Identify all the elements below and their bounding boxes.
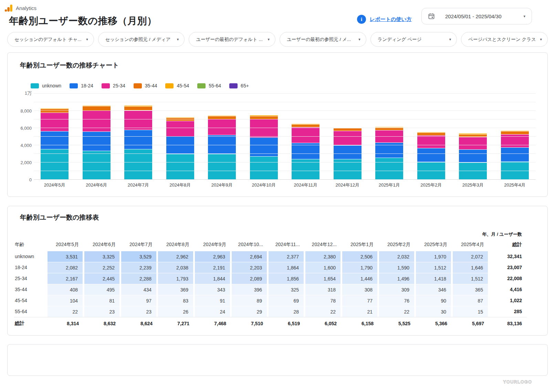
bar-segment-25-34[interactable] xyxy=(166,121,194,137)
table-header-month[interactable]: 2024年8月 xyxy=(157,240,194,251)
filter-chip-5[interactable]: ランディング ページ▾ xyxy=(370,32,457,47)
table-cell: 2,962 xyxy=(157,251,194,262)
bar-segment-unknown[interactable] xyxy=(166,154,194,180)
bar-segment-35-44[interactable] xyxy=(334,128,362,131)
filter-chip-2[interactable]: セッションの参照元 / メディア▾ xyxy=(98,32,185,47)
chevron-down-icon: ▾ xyxy=(268,38,270,41)
table-header-month[interactable]: 2025年4月 xyxy=(452,240,489,251)
bar-segment-18-24[interactable] xyxy=(417,148,445,162)
table-title: 年齢別ユーザー数の推移表 xyxy=(20,213,547,222)
table-cell: 1,418 xyxy=(415,273,452,284)
table-header-month[interactable]: 2024年12... xyxy=(305,240,342,251)
bar-segment-18-24[interactable] xyxy=(334,146,362,159)
y-axis-tick-label: 6,000 xyxy=(20,126,32,131)
gridline xyxy=(34,119,536,119)
date-range-picker[interactable]: 2024/05/01 - 2025/04/30 ▾ xyxy=(421,8,532,24)
table-grand-total-row: 総計8,3148,6328,6247,2717,4687,5106,5196,0… xyxy=(14,317,527,329)
bar-segment-18-24[interactable] xyxy=(124,130,152,149)
table-header-month[interactable]: 2024年10... xyxy=(231,240,268,251)
filter-chip-3[interactable]: ユーザーの最初のデフォルト ...▾ xyxy=(189,32,275,47)
gridline xyxy=(34,136,536,137)
bar-segment-unknown[interactable] xyxy=(124,149,152,180)
table-header-month[interactable]: 2024年5月 xyxy=(47,240,84,251)
bar-segment-unknown[interactable] xyxy=(375,158,403,180)
legend-item-25-34[interactable]: 25-34 xyxy=(102,83,125,88)
chart-panel: 年齢別ユーザー数の推移チャート unknown18-2425-3435-4445… xyxy=(7,52,548,197)
legend-item-45-54[interactable]: 45-54 xyxy=(165,83,189,88)
legend-item-65+[interactable]: 65+ xyxy=(229,83,249,88)
bar-segment-25-34[interactable] xyxy=(250,119,278,137)
bar-segment-18-24[interactable] xyxy=(459,150,487,163)
table-header-month[interactable]: 2025年1月 xyxy=(342,240,378,251)
grand-total-cell: 6,052 xyxy=(305,317,342,329)
legend-swatch xyxy=(31,83,39,88)
bar-segment-25-34[interactable] xyxy=(41,113,69,131)
row-label: 55-64 xyxy=(14,306,47,317)
table-cell: 23 xyxy=(84,306,121,317)
bar-segment-35-44[interactable] xyxy=(501,131,529,135)
table-cell: 1,512 xyxy=(452,273,489,284)
bar-segment-25-34[interactable] xyxy=(83,111,111,132)
table-cell: 22 xyxy=(305,306,342,317)
table-header-total[interactable]: 総計 xyxy=(489,240,527,251)
bar-segment-35-44[interactable] xyxy=(41,109,69,113)
table-header-month[interactable]: 2024年9月 xyxy=(194,240,231,251)
bar-segment-25-34[interactable] xyxy=(334,131,362,145)
row-total-cell: 32,341 xyxy=(489,251,527,262)
row-total-cell: 1,022 xyxy=(489,295,527,306)
table-cell: 2,038 xyxy=(157,262,194,273)
table-header-month[interactable]: 2024年7月 xyxy=(121,240,157,251)
data-table: 年齢2024年5月2024年6月2024年7月2024年8月2024年9月202… xyxy=(14,240,527,329)
table-cell: 1,793 xyxy=(157,273,194,284)
bar-segment-25-34[interactable] xyxy=(292,127,320,143)
bar-segment-unknown[interactable] xyxy=(459,163,487,180)
legend-item-35-44[interactable]: 35-44 xyxy=(134,83,157,88)
table-cell: 2,380 xyxy=(305,251,342,262)
info-icon[interactable]: i xyxy=(357,15,366,24)
filter-chip-1[interactable]: セッションのデフォルト チャ...▾ xyxy=(7,32,94,47)
bar-segment-35-44[interactable] xyxy=(124,107,152,110)
bar-segment-35-44[interactable] xyxy=(417,133,445,136)
legend-item-unknown[interactable]: unknown xyxy=(31,83,61,88)
bar-slot xyxy=(76,94,118,180)
bar-segment-35-44[interactable] xyxy=(166,118,194,121)
bar-segment-25-34[interactable] xyxy=(124,110,152,130)
grand-total-cell: 8,624 xyxy=(121,317,157,329)
bar-segment-18-24[interactable] xyxy=(292,143,320,159)
filter-chip-4[interactable]: ユーザーの最初の参照元 / メ...▾ xyxy=(280,32,366,47)
bar-segment-25-34[interactable] xyxy=(417,136,445,148)
bar-slot xyxy=(452,94,494,180)
stacked-bar-chart: 02,0004,0006,0008,0001万 xyxy=(16,94,536,180)
y-axis-tick-label: 8,000 xyxy=(20,108,32,114)
bar-segment-18-24[interactable] xyxy=(501,148,529,162)
table-cell: 104 xyxy=(47,295,84,306)
bar-segment-unknown[interactable] xyxy=(83,151,111,180)
filter-bar: セッションのデフォルト チャ...▾セッションの参照元 / メディア▾ユーザーの… xyxy=(7,32,548,47)
table-cell: 408 xyxy=(47,284,84,295)
table-cell: 2,072 xyxy=(452,251,489,262)
table-header-dimension[interactable]: 年齢 xyxy=(14,240,47,251)
bar-segment-35-44[interactable] xyxy=(292,125,320,127)
bar-segment-unknown[interactable] xyxy=(208,154,236,180)
table-cell: 2,694 xyxy=(231,251,268,262)
bar-segment-18-24[interactable] xyxy=(83,132,111,151)
grand-total-cell: 8,632 xyxy=(84,317,121,329)
table-header-month[interactable]: 2025年3月 xyxy=(415,240,452,251)
table-row-25-34: 25-342,1672,4452,2881,7931,8442,0891,856… xyxy=(14,273,527,284)
table-header-month[interactable]: 2025年2月 xyxy=(378,240,415,251)
table-cell: 15 xyxy=(452,306,489,317)
chevron-down-icon: ▾ xyxy=(86,38,88,41)
bar-segment-18-24[interactable] xyxy=(166,137,194,154)
table-header-month[interactable]: 2024年6月 xyxy=(84,240,121,251)
legend-item-55-64[interactable]: 55-64 xyxy=(197,83,221,88)
bar-segment-unknown[interactable] xyxy=(250,157,278,180)
bar-segment-35-44[interactable] xyxy=(83,106,111,110)
table-cell: 3,325 xyxy=(84,251,121,262)
x-axis-label: 2025年4月 xyxy=(494,182,536,188)
table-header-month[interactable]: 2024年11... xyxy=(268,240,305,251)
help-link[interactable]: レポートの使い方 xyxy=(370,16,412,23)
filter-chip-6[interactable]: ページパスとスクリーン クラス▾ xyxy=(461,32,548,47)
bar-segment-25-34[interactable] xyxy=(459,137,487,150)
legend-item-18-24[interactable]: 18-24 xyxy=(70,83,93,88)
bar-segment-18-24[interactable] xyxy=(41,131,69,149)
